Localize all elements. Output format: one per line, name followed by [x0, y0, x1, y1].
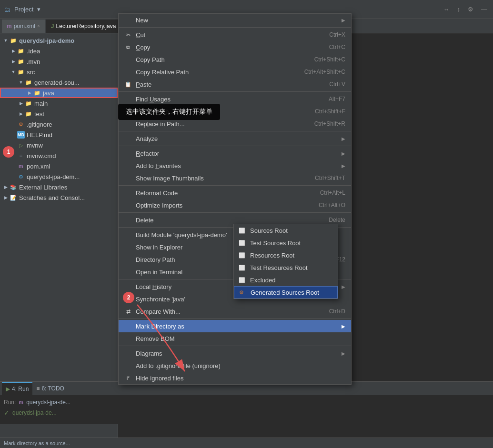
toolbar-icon-1[interactable]: ↔ [443, 6, 450, 13]
compare-icon: ⇄ [124, 309, 132, 315]
tree-item-src[interactable]: ▼ 📁 src [0, 67, 118, 77]
tree-arrow-root: ▼ [2, 38, 10, 43]
menu-label-diagrams: Diagrams [136, 350, 338, 357]
tree-label-gitignore: .gitignore [27, 121, 52, 128]
menu-arrow-new: ▶ [342, 18, 345, 23]
menu-item-copypath[interactable]: Copy Path Ctrl+Shift+C [119, 53, 351, 66]
menu-label-compare: Compare With... [136, 308, 329, 315]
menu-label-reformat: Reformat Code [136, 189, 320, 197]
tree-arrow-java: ▶ [26, 90, 33, 95]
tree-item-helpmd[interactable]: MD HELP.md [0, 129, 118, 140]
menu-separator-1 [119, 27, 351, 28]
project-dropdown-arrow[interactable]: ▾ [37, 6, 40, 13]
tree-item-idea[interactable]: ▶ 📁 .idea [0, 46, 118, 56]
tree-item-gitignore[interactable]: ⚙ .gitignore [0, 119, 118, 129]
submenu-item-testresources[interactable]: ⬜ Test Resources Root [234, 261, 338, 274]
menu-icon-hideignored: i* [124, 376, 132, 381]
tab-icon-pom: m [7, 23, 12, 30]
tree-label-generated: generated-sou... [34, 79, 80, 86]
tree-item-main[interactable]: ▶ 📁 main [0, 98, 118, 109]
todo-tab-label: 6: TODO [41, 385, 64, 392]
menu-separator-4 [119, 146, 351, 146]
tab-close-pom[interactable]: × [37, 23, 40, 29]
menu-label-paste: Paste [136, 81, 329, 88]
toolbar-icon-2[interactable]: ↕ [457, 6, 461, 13]
tree-item-config[interactable]: ⚙ querydsl-jpa-dem... [0, 171, 118, 182]
menu-shortcut-optimize: Ctrl+Alt+O [319, 202, 345, 209]
tab-lecturer-repo[interactable]: J LecturerRepository.java × [46, 20, 126, 33]
file-icon-mvnwcmd: ≡ [17, 152, 25, 159]
menu-label-refactor: Refactor [136, 150, 338, 157]
menu-item-removebom[interactable]: Remove BOM [119, 332, 351, 345]
tree-label-config: querydsl-jpa-dem... [27, 173, 80, 180]
menu-item-thumbnails[interactable]: Show Image Thumbnails Ctrl+Shift+T [119, 172, 351, 184]
menu-item-hideignored[interactable]: i* Hide ignored files [119, 372, 351, 384]
tab-pom-xml[interactable]: m pom.xml × [2, 20, 45, 33]
submenu-markdir: ⬜ Sources Root ⬜ Test Sources Root ⬜ Res… [233, 224, 338, 299]
menu-item-favorites[interactable]: Add to Favorites ▶ [119, 159, 351, 172]
menu-item-diagrams[interactable]: Diagrams ▶ [119, 347, 351, 359]
menu-item-new[interactable]: New ▶ [119, 14, 351, 26]
tree-item-pomxml[interactable]: m pom.xml [0, 161, 118, 171]
submenu-item-excluded[interactable]: ⬜ Excluded [234, 274, 338, 286]
tree-item-mvn[interactable]: ▶ 📁 .mvn [0, 56, 118, 67]
annotation-tooltip: 选中该文件夹，右键打开菜单 [118, 104, 220, 120]
run-label: Run: [4, 399, 16, 406]
submenu-item-generated[interactable]: ⚙ Generated Sources Root [234, 286, 338, 299]
tree-item-java[interactable]: ▶ 📁 java [0, 88, 118, 98]
menu-arrow-markdir: ▶ [342, 324, 345, 329]
tree-label-mvnwcmd: mvnw.cmd [27, 152, 56, 159]
menu-item-reformat[interactable]: Reformat Code Ctrl+Alt+L [119, 187, 351, 199]
tree-item-scratches[interactable]: ▶ 📝 Scratches and Consol... [0, 192, 118, 203]
tab-icon-lecturer: J [51, 23, 54, 30]
menu-item-compare[interactable]: ⇄ Compare With... Ctrl+D [119, 305, 351, 318]
tree-item-test[interactable]: ▶ 📁 test [0, 109, 118, 119]
menu-item-cut[interactable]: ✂ Cut Ctrl+X [119, 29, 351, 41]
submenu-item-testsources[interactable]: ⬜ Test Sources Root [234, 237, 338, 249]
submenu-label-testresources: Test Resources Root [250, 264, 308, 271]
run-tab-todo[interactable]: ≡ 6: TODO [32, 382, 68, 395]
menu-item-refactor[interactable]: Refactor ▶ [119, 147, 351, 159]
menu-item-analyze[interactable]: Analyze ▶ [119, 132, 351, 145]
menu-arrow-analyze: ▶ [342, 136, 345, 141]
project-icon: 🗂 [4, 6, 10, 13]
run-project-name-2: querydsl-jpa-de... [12, 409, 57, 416]
folder-icon-extlibs: 📚 [10, 183, 17, 191]
run-panel: ▶ 4: Run ≡ 6: TODO Run: m querydsl-jpa-d… [0, 381, 493, 424]
menu-shortcut-thumbnails: Ctrl+Shift+T [315, 175, 345, 181]
run-tab-run[interactable]: ▶ 4: Run [2, 382, 32, 395]
tree-item-extlibs[interactable]: ▶ 📚 External Libraries [0, 182, 118, 192]
run-line-1: Run: m querydsl-jpa-de... [4, 397, 489, 408]
menu-label-thumbnails: Show Image Thumbnails [136, 175, 315, 182]
tree-item-root[interactable]: ▼ 📁 querydsl-jpa-demo [0, 35, 118, 46]
menu-label-copypath: Copy Path [136, 56, 314, 63]
submenu-item-resources[interactable]: ⬜ Resources Root [234, 249, 338, 261]
tree-item-mvnwcmd[interactable]: ≡ mvnw.cmd [0, 150, 118, 161]
submenu-icon-testresources: ⬜ [239, 265, 247, 271]
menu-item-markdir[interactable]: Mark Directory as ▶ [119, 320, 351, 332]
menu-arrow-localhistory: ▶ [342, 284, 345, 289]
folder-icon-java: 📁 [33, 89, 41, 97]
tree-arrow-generated: ▼ [17, 80, 25, 85]
tree-label-java: java [43, 90, 54, 97]
tree-arrow-idea: ▶ [10, 49, 17, 53]
toolbar-icon-3[interactable]: ⚙ [468, 6, 473, 13]
tree-item-mvnw[interactable]: ▷ mvnw [0, 140, 118, 150]
menu-label-analyze: Analyze [136, 135, 338, 142]
menu-separator-6 [119, 212, 351, 213]
menu-item-copy[interactable]: ⧉ Copy Ctrl+C [119, 41, 351, 53]
menu-separator-3 [119, 131, 351, 131]
submenu-label-resources: Resources Root [250, 252, 294, 259]
menu-item-gitignore[interactable]: Add to .gitignore file (unignore) [119, 359, 351, 372]
tree-item-generated[interactable]: ▼ 📁 generated-sou... [0, 77, 118, 88]
folder-icon-test: 📁 [25, 110, 32, 118]
submenu-label-generated: Generated Sources Root [251, 289, 319, 296]
submenu-item-sources[interactable]: ⬜ Sources Root [234, 224, 338, 237]
menu-item-copyrelpath[interactable]: Copy Relative Path Ctrl+Alt+Shift+C [119, 66, 351, 78]
toolbar-icon-4[interactable]: — [481, 6, 487, 13]
folder-icon-mvn: 📁 [17, 58, 25, 65]
run-project-name: querydsl-jpa-de... [26, 399, 70, 406]
menu-item-optimize[interactable]: Optimize Imports Ctrl+Alt+O [119, 199, 351, 211]
menu-label-favorites: Add to Favorites [136, 162, 338, 169]
menu-item-paste[interactable]: 📋 Paste Ctrl+V [119, 78, 351, 90]
